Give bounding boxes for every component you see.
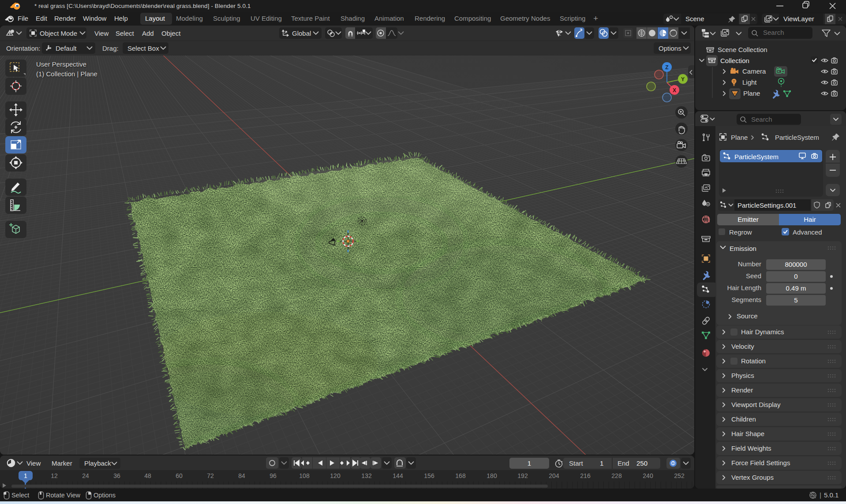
svg-text:ParticleSystem: ParticleSystem <box>775 134 819 141</box>
svg-text:Plane: Plane <box>731 134 748 141</box>
